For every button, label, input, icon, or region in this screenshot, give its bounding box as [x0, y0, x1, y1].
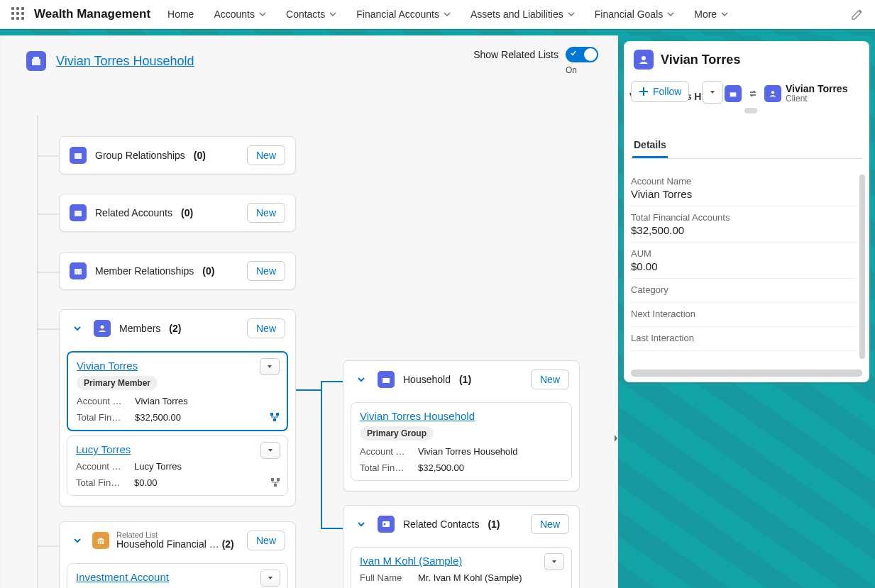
collapse-related-contacts-button[interactable] — [353, 516, 369, 532]
toggle-state-text: On — [566, 65, 577, 75]
svg-rect-22 — [730, 93, 737, 97]
detail-panel: Vivian Torres Vivian Torres Ho… Follow V… — [618, 35, 875, 588]
app-brand: Wealth Management — [34, 7, 150, 21]
contact-name-link[interactable]: Ivan M Kohl (Sample) — [360, 555, 462, 567]
new-member-button[interactable]: New — [247, 318, 285, 338]
account-icon — [70, 204, 87, 221]
new-related-contact-button[interactable]: New — [531, 514, 569, 534]
card-household-financial-accounts: Related List Household Financial … (2) N… — [59, 521, 296, 588]
svg-rect-6 — [270, 413, 273, 416]
app-launcher-icon[interactable] — [11, 7, 26, 21]
group-icon — [70, 147, 87, 164]
svg-point-5 — [101, 326, 104, 329]
member-name-link[interactable]: Vivian Torres — [77, 360, 138, 372]
relationship-canvas: Vivian Torres Household Show Related Lis… — [2, 35, 618, 588]
svg-rect-3 — [75, 211, 82, 216]
member-menu-button[interactable] — [260, 358, 280, 375]
new-related-account-button[interactable]: New — [247, 203, 285, 223]
card-group-relationships: Group Relationships (0) New — [59, 136, 296, 174]
member-rel-icon — [70, 262, 87, 279]
nav-assets-liabilities[interactable]: Assets and Liabilities — [469, 6, 576, 23]
chevron-down-icon — [329, 11, 336, 18]
household-card[interactable]: Vivian Torres Household Primary Group Ac… — [351, 402, 572, 481]
nav-home[interactable]: Home — [166, 6, 195, 23]
primary-group-badge: Primary Group — [360, 426, 434, 440]
card-related-accounts: Related Accounts (0) New — [59, 194, 296, 232]
detail-field-list: Account NameVivian Torres Total Financia… — [631, 170, 862, 351]
collapse-panel-icon[interactable] — [612, 431, 620, 445]
collapse-hfa-button[interactable] — [70, 533, 85, 548]
follow-button[interactable]: Follow — [631, 81, 689, 102]
related-contact-card[interactable]: Ivan M Kohl (Sample) Full NameMr. Ivan M… — [351, 547, 572, 588]
chevron-down-icon — [568, 11, 575, 18]
svg-rect-10 — [277, 478, 280, 481]
svg-rect-11 — [274, 484, 277, 487]
swap-icon — [746, 87, 760, 101]
person-icon — [764, 85, 781, 102]
show-related-lists-toggle[interactable] — [566, 47, 598, 62]
new-financial-account-button[interactable]: New — [247, 531, 285, 550]
financial-account-link[interactable]: Investment Account — [76, 571, 169, 583]
pencil-icon[interactable] — [851, 8, 864, 21]
chevron-down-icon — [667, 11, 674, 18]
nav-more[interactable]: More — [693, 6, 730, 23]
scrollbar-horizontal[interactable] — [631, 370, 862, 377]
member-card[interactable]: Lucy Torres Account …Lucy Torres Total F… — [67, 436, 288, 496]
toggle-label: Show Related Lists — [473, 49, 558, 60]
account-icon — [634, 50, 654, 70]
member-card[interactable]: Vivian Torres Primary Member Account …Vi… — [67, 351, 288, 431]
relationship-map-icon[interactable] — [270, 412, 280, 424]
follow-menu-button[interactable] — [702, 81, 723, 104]
nav-financial-accounts[interactable]: Financial Accounts — [355, 6, 452, 23]
new-household-button[interactable]: New — [531, 370, 569, 389]
svg-rect-4 — [75, 269, 82, 274]
svg-point-17 — [384, 523, 386, 526]
nav-contacts[interactable]: Contacts — [285, 6, 338, 23]
page-title[interactable]: Vivian Torres Household — [56, 54, 194, 69]
svg-rect-9 — [271, 478, 274, 481]
handle-indicator — [744, 108, 757, 113]
detail-entity-role: Client — [786, 94, 847, 104]
detail-entity-name: Vivian Torres — [786, 84, 847, 94]
card-member-relationships: Member Relationships (0) New — [59, 252, 296, 290]
nav-financial-goals[interactable]: Financial Goals — [593, 6, 676, 23]
svg-rect-2 — [75, 153, 82, 159]
contact-icon — [378, 516, 395, 533]
financial-account-card[interactable]: Investment Account Financial …Investment… — [67, 563, 288, 588]
primary-member-badge: Primary Member — [77, 376, 158, 390]
household-icon — [725, 85, 742, 102]
svg-rect-1 — [33, 57, 39, 59]
household-icon — [378, 371, 395, 388]
contact-menu-button[interactable] — [544, 553, 564, 570]
collapse-members-button[interactable] — [70, 321, 85, 336]
household-icon — [26, 51, 46, 71]
nav-accounts[interactable]: Accounts — [212, 6, 268, 23]
svg-rect-15 — [383, 378, 390, 383]
bank-icon — [92, 532, 109, 549]
chevron-down-icon — [259, 11, 266, 18]
scrollbar-vertical[interactable] — [859, 174, 865, 359]
svg-rect-7 — [276, 413, 279, 416]
svg-rect-8 — [273, 418, 276, 421]
card-members: Members (2) New Vivian Torres Primary Me… — [59, 309, 296, 506]
household-link[interactable]: Vivian Torres Household — [360, 410, 475, 422]
card-related-contacts: Related Contacts (1) New Ivan M Kohl (Sa… — [343, 505, 580, 588]
new-group-relationship-button[interactable]: New — [247, 145, 285, 165]
svg-rect-0 — [32, 59, 40, 65]
new-member-relationship-button[interactable]: New — [247, 261, 285, 281]
member-menu-button[interactable] — [260, 442, 280, 459]
global-nav: Wealth Management Home Accounts Contacts… — [0, 0, 875, 29]
svg-point-23 — [771, 91, 774, 94]
members-icon — [94, 320, 111, 337]
tab-details[interactable]: Details — [632, 133, 668, 158]
chevron-down-icon — [444, 11, 451, 18]
collapse-household-button[interactable] — [353, 372, 369, 387]
relationship-map-icon[interactable] — [270, 477, 280, 489]
detail-title: Vivian Torres — [661, 52, 740, 67]
svg-point-21 — [642, 56, 646, 60]
card-household: Household (1) New Vivian Torres Househol… — [343, 360, 580, 492]
member-name-link[interactable]: Lucy Torres — [76, 443, 131, 455]
chevron-down-icon — [721, 11, 728, 18]
fa-menu-button[interactable] — [260, 570, 280, 587]
